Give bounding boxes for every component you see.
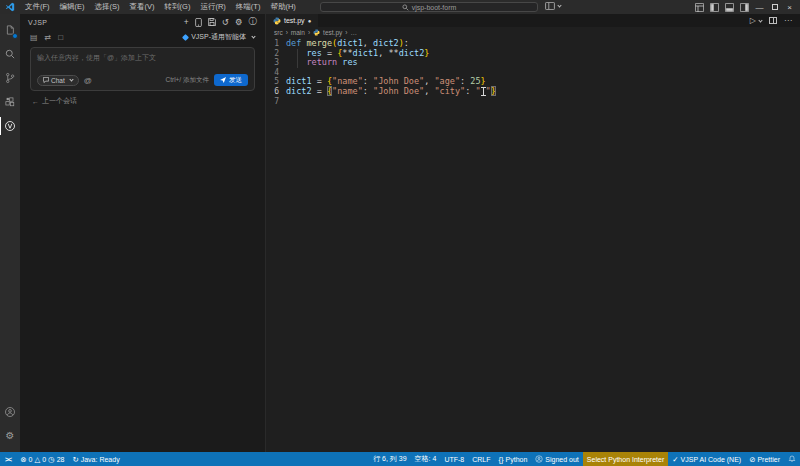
chevron-down-icon [758, 18, 762, 22]
line-number: 5 [266, 77, 286, 87]
encoding-status[interactable]: UTF-8 [440, 452, 468, 466]
code-token: ** [388, 48, 398, 58]
signed-out-status[interactable]: Signed out [531, 452, 582, 466]
manage-button[interactable]: ⚙ [0, 424, 20, 448]
account-icon [4, 406, 16, 418]
code-token: } [491, 86, 496, 96]
menu-item[interactable]: 帮助(H) [265, 2, 300, 12]
close-button[interactable]: × [783, 0, 796, 14]
toggle-panel-button[interactable] [723, 0, 736, 14]
refresh-button[interactable]: ⇄ [45, 33, 52, 42]
new-chat-button[interactable]: + [184, 17, 189, 27]
open-window-button[interactable]: □ [58, 33, 63, 42]
notifications-button[interactable] [784, 452, 800, 466]
code-token: } [424, 48, 429, 58]
restore-button[interactable] [768, 0, 781, 14]
python-interpreter-status[interactable]: Select Python Interpreter [583, 452, 668, 466]
settings-button[interactable]: ⚙ [235, 17, 243, 27]
menu-item[interactable]: 终端(T) [231, 2, 266, 12]
cursor-position-status[interactable]: 行 6, 列 39 [369, 452, 410, 466]
info-button[interactable]: ⓘ [249, 16, 258, 28]
breadcrumb-src[interactable]: src [274, 29, 283, 36]
menu-item[interactable]: 编辑(E) [55, 2, 90, 12]
more-actions-button[interactable]: ⋯ [784, 16, 792, 25]
customize-layout-button[interactable] [693, 0, 706, 14]
breadcrumb-file[interactable]: test.py [323, 29, 342, 36]
device-button[interactable] [195, 18, 202, 27]
code-token: = [312, 76, 327, 86]
activity-search-button[interactable] [0, 42, 20, 66]
add-context-button[interactable]: @ [84, 76, 92, 85]
session-list-button[interactable]: ▤ [30, 33, 38, 42]
breadcrumb-separator: › [286, 29, 288, 36]
code-editor[interactable]: 1def merge(dict1, dict2):2 res = {**dict… [266, 37, 800, 452]
code-token: : [363, 86, 373, 96]
layout-dropdown-button[interactable] [545, 2, 561, 10]
menu-item[interactable]: 运行(R) [195, 2, 230, 12]
chat-toolbar: ▤ ⇄ □ VJSP-通用智能体 [20, 30, 265, 44]
breadcrumb-symbol[interactable]: … [350, 29, 357, 36]
java-status[interactable]: ↻ Java: Ready [68, 452, 123, 466]
code-token: "name" [332, 76, 363, 86]
chevron-down-icon [251, 34, 255, 38]
code-token: , [424, 86, 434, 96]
toggle-secondary-sidebar-button[interactable] [738, 0, 751, 14]
language-label: Python [506, 456, 528, 463]
vjsp-ai-status[interactable]: ✓ VJSP AI Code (NE) [668, 452, 745, 466]
code-line[interactable]: 7 [266, 97, 800, 107]
previous-session-link[interactable]: ← 上一个会话 [20, 91, 265, 111]
activity-explorer-button[interactable] [0, 18, 20, 42]
command-center-search[interactable]: vjsp-boot-form [320, 2, 538, 12]
gear-icon: ⚙ [6, 431, 15, 441]
window-controls: — × [693, 0, 800, 14]
menu-item[interactable]: 查看(V) [125, 2, 160, 12]
activity-source-control-button[interactable] [0, 66, 20, 90]
code-token: def [286, 38, 306, 48]
activity-extensions-button[interactable] [0, 90, 20, 114]
code-token: , [363, 38, 373, 48]
tab-label: test.py [284, 17, 305, 24]
save-session-button[interactable] [208, 18, 216, 26]
breadcrumb-main[interactable]: main [291, 29, 305, 36]
prettier-status[interactable]: ⊘ Prettier [745, 452, 784, 466]
search-value: vjsp-boot-form [412, 4, 457, 11]
code-token: return [306, 57, 337, 67]
indentation-status[interactable]: 空格: 4 [411, 452, 441, 466]
agent-selector[interactable]: VJSP-通用智能体 [183, 32, 255, 42]
run-button[interactable]: ▷ [750, 16, 762, 25]
chat-input[interactable]: 输入任意内容，使用「@」添加上下文 [37, 53, 248, 63]
menu-item[interactable]: 选择(S) [90, 2, 125, 12]
code-token [286, 48, 306, 58]
remote-indicator[interactable]: >< [0, 452, 16, 466]
split-editor-button[interactable] [769, 17, 777, 24]
chat-mode-label: Chat [51, 77, 65, 84]
toggle-sidebar-button[interactable] [708, 0, 721, 14]
code-token: , [424, 76, 434, 86]
chat-mode-selector[interactable]: Chat [37, 75, 79, 86]
text-cursor [481, 87, 486, 96]
code-token: : [404, 38, 409, 48]
code-token: merge [306, 38, 332, 48]
extensions-icon [4, 96, 16, 108]
tab-testpy[interactable]: test.py ● [266, 14, 319, 27]
menu-item[interactable]: 文件(F) [20, 2, 55, 12]
code-token: dict2 [286, 86, 312, 96]
activity-vjsp-button[interactable] [0, 114, 20, 138]
code-token: ** [342, 48, 352, 58]
code-line[interactable]: 6dict2 = {"name": "John Doe", "city": ""… [266, 87, 800, 97]
menu-item[interactable]: 转到(G) [160, 2, 196, 12]
minimize-button[interactable]: — [753, 0, 766, 14]
modified-dot-icon[interactable]: ● [308, 18, 312, 24]
code-line[interactable]: 3 return res [266, 58, 800, 68]
account-button[interactable] [0, 400, 20, 424]
code-lines: 1def merge(dict1, dict2):2 res = {**dict… [266, 39, 800, 106]
tab-bar: test.py ● ▷ ⋯ [266, 14, 800, 27]
send-button[interactable]: 发送 [214, 74, 248, 86]
language-status[interactable]: {} Python [495, 452, 532, 466]
agent-label: VJSP-通用智能体 [191, 32, 246, 42]
editor-group: test.py ● ▷ ⋯ src › main › test.py › … 1… [266, 14, 800, 452]
problems-status[interactable]: ⊗ 0 △ 0 ◷ 28 [16, 452, 68, 466]
chat-bubble-icon [43, 77, 49, 83]
history-button[interactable]: ↺ [222, 17, 229, 27]
eol-status[interactable]: CRLF [468, 452, 494, 466]
